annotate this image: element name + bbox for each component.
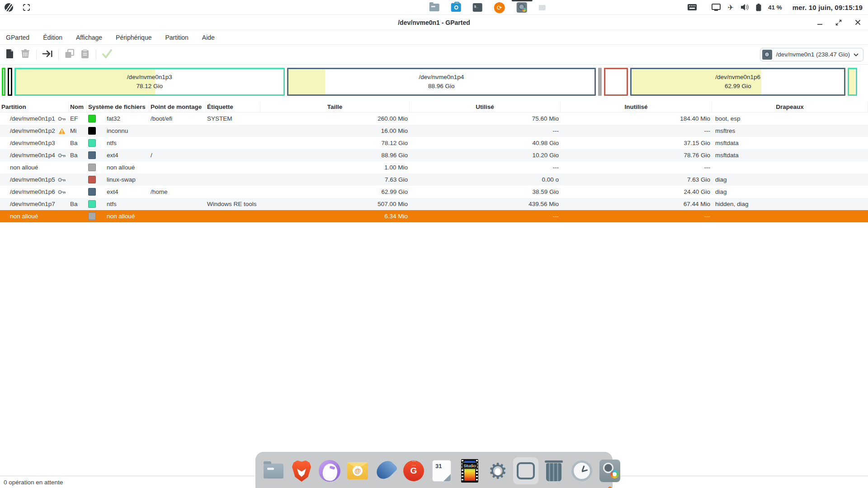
disk-segment-nvme0n1p4[interactable]: /dev/nvme0n1p488.96 Gio bbox=[287, 68, 596, 96]
minimize-icon[interactable] bbox=[816, 19, 824, 27]
cell-filesystem: inconnu bbox=[87, 127, 149, 135]
disk-segment-unallocated-1[interactable] bbox=[598, 68, 602, 96]
disk-segment-nvme0n1p3[interactable]: /dev/nvme0n1p378.12 Gio bbox=[14, 68, 285, 96]
new-partition-button[interactable] bbox=[2, 47, 18, 62]
disk-segment-nvme0n1p7[interactable] bbox=[848, 68, 857, 96]
faded-tray-icon[interactable] bbox=[539, 0, 546, 15]
disk-segment-nvme0n1p5[interactable] bbox=[604, 68, 628, 96]
cell-unused: --- bbox=[561, 127, 712, 134]
menu-aide[interactable]: Aide bbox=[197, 32, 220, 43]
hard-disk-icon bbox=[762, 50, 772, 60]
column-header[interactable]: Inutilisé bbox=[561, 102, 712, 112]
cell-size: 16.00 Mio bbox=[260, 127, 410, 134]
updater-tray-icon[interactable]: ⟳ bbox=[494, 0, 505, 15]
column-header[interactable]: Drapeaux bbox=[712, 102, 868, 112]
menu-affichage[interactable]: Affichage bbox=[71, 32, 107, 43]
battery-icon[interactable] bbox=[756, 4, 761, 11]
column-header[interactable]: Système de fichiers bbox=[87, 102, 149, 112]
menu-peripherique[interactable]: Périphérique bbox=[111, 32, 156, 43]
table-row[interactable]: non allouénon alloué6.34 Mio------ bbox=[0, 210, 868, 222]
disk-segment-nvme0n1p1[interactable] bbox=[2, 68, 5, 96]
table-row[interactable]: /dev/nvme0n1p7BantfsWindows RE tools507.… bbox=[0, 198, 868, 210]
dock: @ G 31 Studio ⚙ bbox=[255, 452, 613, 488]
resize-arrow-icon bbox=[42, 49, 53, 61]
table-row[interactable]: /dev/nvme0n1p5linux-swap7.63 Gio0.00 o7.… bbox=[0, 174, 868, 186]
filesystem-color-swatch bbox=[88, 139, 96, 147]
dock-falkon-browser-icon[interactable] bbox=[317, 457, 342, 484]
table-row[interactable]: /dev/nvme0n1p3Bantfs78.12 Gio40.98 Gio37… bbox=[0, 137, 868, 149]
table-row[interactable]: /dev/nvme0n1p1EFfat32/boot/efiSYSTEM260.… bbox=[0, 113, 868, 125]
menu-edition[interactable]: Édition bbox=[38, 32, 67, 43]
filesystem-color-swatch bbox=[88, 188, 96, 196]
battery-percentage[interactable]: 41 % bbox=[768, 4, 782, 11]
cell-partition: non alloué bbox=[0, 164, 69, 171]
dock-clock-icon[interactable] bbox=[569, 457, 594, 484]
apply-operations-button[interactable] bbox=[99, 47, 115, 62]
filesystem-color-swatch bbox=[88, 115, 96, 122]
device-selector[interactable]: /dev/nvme0n1 (238.47 Gio) bbox=[760, 48, 863, 61]
cell-label: Windows RE tools bbox=[206, 201, 260, 207]
disk-segment-nvme0n1p6[interactable]: /dev/nvme0n1p662.99 Gio bbox=[630, 68, 845, 96]
cell-partition: /dev/nvme0n1p1 bbox=[0, 115, 69, 122]
table-row[interactable]: /dev/nvme0n1p4Baext4/88.96 Gio10.20 Gio7… bbox=[0, 149, 868, 161]
keyboard-layout-icon[interactable] bbox=[688, 4, 697, 10]
toolbar-separator bbox=[58, 50, 59, 60]
dock-deluge-icon[interactable] bbox=[373, 457, 398, 484]
column-header[interactable]: Point de montage bbox=[149, 102, 206, 112]
dock-drawing-app-icon[interactable]: G bbox=[401, 457, 426, 484]
cell-size: 7.63 Gio bbox=[260, 176, 410, 183]
dock-trash-icon[interactable] bbox=[541, 457, 566, 484]
top-panel: $_ ⟳ ✈ 41 % mer. 10 juin, 09:15:19 bbox=[0, 0, 868, 15]
cell-filesystem: linux-swap bbox=[87, 176, 149, 183]
delete-partition-button[interactable] bbox=[18, 47, 33, 62]
zorin-menu-icon[interactable] bbox=[5, 3, 13, 12]
column-header[interactable]: Partition bbox=[0, 102, 69, 112]
resize-move-button[interactable] bbox=[40, 47, 55, 62]
device-selector-value: /dev/nvme0n1 (238.47 Gio) bbox=[776, 51, 850, 58]
dock-settings-icon[interactable]: ⚙ bbox=[485, 457, 510, 484]
cell-partition: /dev/nvme0n1p2 bbox=[0, 127, 69, 134]
column-header[interactable]: Nom bbox=[69, 102, 87, 112]
cell-filesystem: non alloué bbox=[87, 164, 149, 171]
gparted-tray-icon[interactable] bbox=[517, 0, 527, 15]
table-row[interactable]: non allouénon alloué1.00 Mio------ bbox=[0, 161, 868, 174]
volume-icon[interactable] bbox=[741, 4, 749, 11]
display-icon[interactable] bbox=[712, 4, 721, 11]
dock-calendar-icon[interactable]: 31 bbox=[429, 457, 454, 484]
copy-button[interactable] bbox=[62, 47, 77, 62]
pending-operations-text: 0 opération en attente bbox=[4, 479, 63, 486]
cell-filesystem: non alloué bbox=[87, 212, 149, 220]
dock-screenshot-tool-icon[interactable] bbox=[513, 457, 538, 484]
cell-filesystem: fat32 bbox=[87, 115, 149, 122]
dock-gparted-icon[interactable] bbox=[597, 457, 623, 484]
restore-icon[interactable] bbox=[835, 19, 843, 27]
dock-photofilmstrip-icon[interactable]: Studio bbox=[457, 457, 482, 484]
paste-button[interactable] bbox=[77, 47, 93, 62]
cell-unused: 184.40 Mio bbox=[561, 115, 712, 122]
close-icon[interactable] bbox=[854, 19, 862, 27]
menu-gparted[interactable]: GParted bbox=[1, 32, 34, 43]
dock-mail-icon[interactable]: @ bbox=[345, 457, 370, 484]
disk-segment-nvme0n1p2[interactable] bbox=[8, 68, 12, 96]
table-row[interactable]: /dev/nvme0n1p6ext4/home62.99 Gio38.59 Gi… bbox=[0, 186, 868, 198]
airplane-mode-icon[interactable]: ✈ bbox=[727, 3, 733, 12]
cell-filesystem: ntfs bbox=[87, 200, 149, 208]
software-tray-icon[interactable] bbox=[451, 0, 461, 15]
warning-icon bbox=[58, 128, 66, 134]
window-title: /dev/nvme0n1 - GParted bbox=[398, 19, 470, 26]
column-header[interactable]: Étiquette bbox=[206, 102, 260, 112]
dock-files-icon[interactable] bbox=[261, 457, 286, 484]
dock-brave-browser-icon[interactable] bbox=[289, 457, 314, 484]
active-app-indicator bbox=[511, 0, 532, 1]
panel-clock[interactable]: mer. 10 juin, 09:15:19 bbox=[793, 4, 863, 11]
cell-flags: diag bbox=[712, 176, 868, 183]
menu-partition[interactable]: Partition bbox=[160, 32, 193, 43]
workspace-overview-icon[interactable] bbox=[23, 4, 30, 11]
files-tray-icon[interactable] bbox=[429, 0, 439, 15]
column-header[interactable]: Taille bbox=[260, 102, 410, 112]
title-bar[interactable]: /dev/nvme0n1 - GParted bbox=[0, 15, 868, 30]
column-header[interactable]: Utilisé bbox=[410, 102, 561, 112]
cell-used: 40.98 Gio bbox=[410, 140, 561, 146]
table-row[interactable]: /dev/nvme0n1p2Miinconnu16.00 Mio------ms… bbox=[0, 125, 868, 137]
terminal-tray-icon[interactable]: $_ bbox=[473, 0, 482, 15]
